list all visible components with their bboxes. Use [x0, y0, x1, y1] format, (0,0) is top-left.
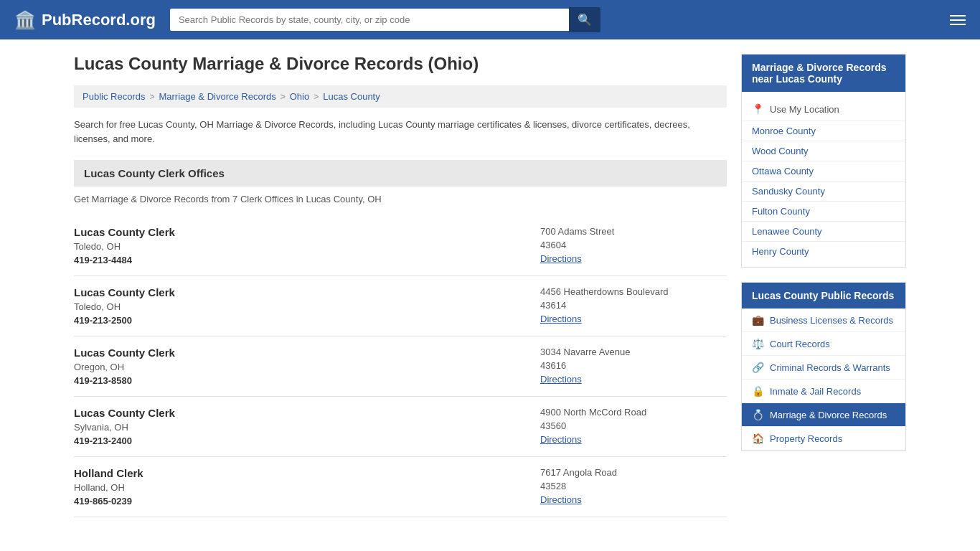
record-icon-1: ⚖️: [752, 338, 764, 349]
breadcrumb-sep-2: >: [281, 92, 286, 102]
clerk-address-4: 7617 Angola Road: [540, 467, 727, 478]
record-icon-5: 🏠: [752, 433, 764, 444]
sidebar-nearby-list: 📍 Use My Location Monroe CountyWood Coun…: [742, 92, 905, 267]
search-button[interactable]: 🔍: [569, 7, 600, 32]
clerk-name-4: Holland Clerk: [74, 467, 540, 479]
sidebar: Marriage & Divorce Records near Lucas Co…: [741, 54, 906, 517]
clerk-address-0: 700 Adams Street: [540, 226, 727, 237]
clerk-zip-2: 43616: [540, 360, 727, 371]
clerk-address-1: 4456 Heatherdowns Boulevard: [540, 286, 727, 297]
sidebar-nearby: Marriage & Divorce Records near Lucas Co…: [741, 54, 906, 268]
header: 🏛️ PubRecord.org 🔍: [0, 0, 980, 39]
clerk-left-1: Lucas County Clerk Toledo, OH 419-213-25…: [74, 286, 540, 326]
nearby-county-1[interactable]: Wood County: [742, 141, 905, 161]
clerk-phone-0: 419-213-4484: [74, 255, 540, 265]
clerk-address-3: 4900 North McCord Road: [540, 407, 727, 418]
clerk-city-4: Holland, OH: [74, 482, 540, 493]
nearby-county-3[interactable]: Sandusky County: [742, 181, 905, 201]
page-title: Lucas County Marriage & Divorce Records …: [74, 54, 727, 74]
clerk-left-2: Lucas County Clerk Oregon, OH 419-213-85…: [74, 347, 540, 386]
sidebar-public-records-title: Lucas County Public Records: [742, 283, 905, 309]
public-record-item-5[interactable]: 🏠 Property Records: [742, 427, 905, 451]
clerk-entry: Lucas County Clerk Toledo, OH 419-213-25…: [74, 276, 727, 336]
record-icon-4: 💍: [752, 409, 764, 420]
content-area: Lucas County Marriage & Divorce Records …: [74, 54, 727, 517]
main-container: Lucas County Marriage & Divorce Records …: [60, 39, 920, 532]
record-icon-0: 💼: [752, 314, 764, 326]
breadcrumb-sep-3: >: [314, 92, 319, 102]
record-label-5: Property Records: [770, 433, 842, 444]
public-record-item-1[interactable]: ⚖️ Court Records: [742, 332, 905, 356]
directions-link-2[interactable]: Directions: [540, 374, 582, 385]
search-input[interactable]: [170, 9, 569, 31]
public-record-item-0[interactable]: 💼 Business Licenses & Records: [742, 309, 905, 332]
use-location-label: Use My Location: [770, 104, 839, 115]
nearby-county-5[interactable]: Lenawee County: [742, 221, 905, 241]
clerk-city-1: Toledo, OH: [74, 301, 540, 312]
clerk-zip-3: 43560: [540, 420, 727, 431]
clerk-city-0: Toledo, OH: [74, 241, 540, 252]
clerk-zip-0: 43604: [540, 240, 727, 250]
clerk-phone-3: 419-213-2400: [74, 435, 540, 446]
section-header: Lucas County Clerk Offices: [74, 160, 727, 187]
clerk-zip-1: 43614: [540, 300, 727, 311]
clerk-address-2: 3034 Navarre Avenue: [540, 347, 727, 357]
nearby-county-6[interactable]: Henry County: [742, 241, 905, 261]
sidebar-public-records: Lucas County Public Records 💼 Business L…: [741, 282, 906, 451]
logo[interactable]: 🏛️ PubRecord.org: [14, 10, 156, 30]
public-record-item-3[interactable]: 🔒 Inmate & Jail Records: [742, 380, 905, 403]
nearby-county-2[interactable]: Ottawa County: [742, 161, 905, 181]
logo-icon: 🏛️: [14, 10, 36, 30]
clerk-name-3: Lucas County Clerk: [74, 407, 540, 419]
public-record-item-4[interactable]: 💍 Marriage & Divorce Records: [742, 403, 905, 427]
record-label-2: Criminal Records & Warrants: [770, 362, 890, 373]
clerk-right-3: 4900 North McCord Road 43560 Directions: [540, 407, 727, 446]
location-icon: 📍: [752, 103, 764, 115]
breadcrumb-lucas-county[interactable]: Lucas County: [323, 91, 380, 102]
record-label-3: Inmate & Jail Records: [770, 386, 861, 397]
public-records-list: 💼 Business Licenses & Records ⚖️ Court R…: [742, 309, 905, 451]
clerk-right-1: 4456 Heatherdowns Boulevard 43614 Direct…: [540, 286, 727, 326]
clerk-name-2: Lucas County Clerk: [74, 347, 540, 359]
clerk-name-1: Lucas County Clerk: [74, 286, 540, 298]
clerk-entry: Lucas County Clerk Toledo, OH 419-213-44…: [74, 216, 727, 276]
clerk-zip-4: 43528: [540, 481, 727, 491]
clerk-entry: Lucas County Clerk Sylvania, OH 419-213-…: [74, 397, 727, 457]
record-label-1: Court Records: [770, 339, 830, 349]
directions-link-3[interactable]: Directions: [540, 434, 582, 445]
clerk-phone-1: 419-213-2500: [74, 315, 540, 326]
nearby-county-4[interactable]: Fulton County: [742, 201, 905, 221]
clerk-entry: Lucas County Clerk Oregon, OH 419-213-85…: [74, 336, 727, 397]
record-label-0: Business Licenses & Records: [770, 315, 893, 326]
clerk-name-0: Lucas County Clerk: [74, 226, 540, 238]
breadcrumb-marriage-divorce[interactable]: Marriage & Divorce Records: [159, 91, 275, 102]
clerk-right-4: 7617 Angola Road 43528 Directions: [540, 467, 727, 507]
clerk-entry: Holland Clerk Holland, OH 419-865-0239 7…: [74, 457, 727, 517]
nearby-county-0[interactable]: Monroe County: [742, 121, 905, 141]
record-icon-2: 🔗: [752, 362, 764, 373]
search-bar: 🔍: [170, 7, 600, 32]
directions-link-0[interactable]: Directions: [540, 253, 582, 264]
intro-text: Search for free Lucas County, OH Marriag…: [74, 118, 727, 146]
clerk-right-2: 3034 Navarre Avenue 43616 Directions: [540, 347, 727, 386]
hamburger-menu-button[interactable]: [950, 12, 966, 28]
breadcrumb: Public Records > Marriage & Divorce Reco…: [74, 85, 727, 108]
record-label-4: Marriage & Divorce Records: [770, 410, 887, 420]
sidebar-nearby-title: Marriage & Divorce Records near Lucas Co…: [742, 55, 905, 92]
breadcrumb-ohio[interactable]: Ohio: [290, 91, 309, 102]
logo-text: PubRecord.org: [42, 11, 156, 29]
directions-link-1[interactable]: Directions: [540, 314, 582, 324]
public-record-item-2[interactable]: 🔗 Criminal Records & Warrants: [742, 356, 905, 380]
breadcrumb-public-records[interactable]: Public Records: [83, 91, 145, 102]
section-desc: Get Marriage & Divorce Records from 7 Cl…: [74, 194, 727, 204]
use-location[interactable]: 📍 Use My Location: [742, 98, 905, 121]
clerk-city-3: Sylvania, OH: [74, 422, 540, 433]
clerk-left-4: Holland Clerk Holland, OH 419-865-0239: [74, 467, 540, 507]
clerk-left-0: Lucas County Clerk Toledo, OH 419-213-44…: [74, 226, 540, 265]
clerk-list: Lucas County Clerk Toledo, OH 419-213-44…: [74, 216, 727, 517]
clerk-right-0: 700 Adams Street 43604 Directions: [540, 226, 727, 265]
record-icon-3: 🔒: [752, 385, 764, 397]
clerk-city-2: Oregon, OH: [74, 362, 540, 372]
clerk-phone-2: 419-213-8580: [74, 375, 540, 386]
directions-link-4[interactable]: Directions: [540, 494, 582, 505]
